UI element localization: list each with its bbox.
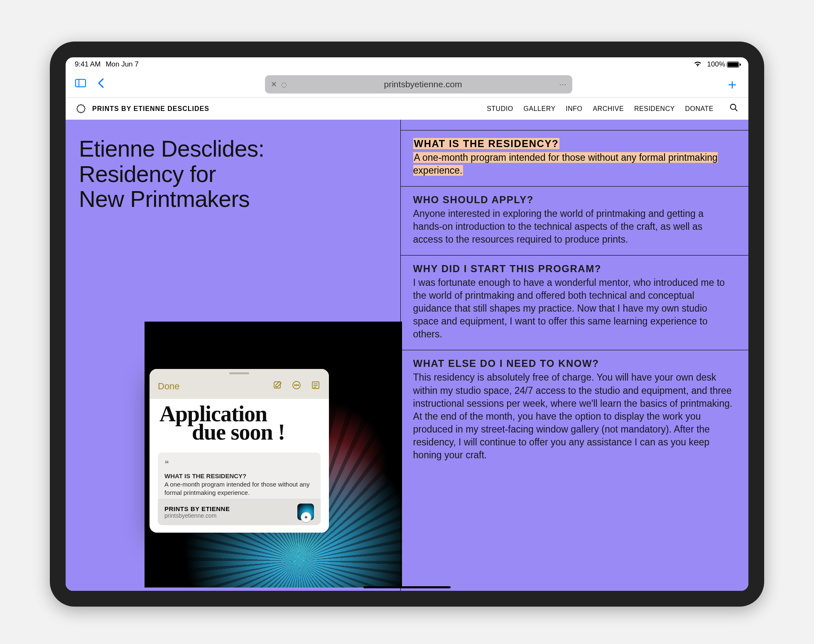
faq4-heading: WHAT ELSE DO I NEED TO KNOW? [413,358,733,369]
svg-point-7 [296,385,297,386]
loading-icon: ◌ [281,81,287,88]
status-bar: 9:41 AM Mon Jun 7 100% [66,57,748,71]
svg-point-8 [298,385,299,386]
url-host: printsbyetienne.com [291,79,555,89]
nav-info[interactable]: INFO [566,105,582,112]
faq3-heading: WHY DID I START THIS PROGRAM? [413,263,733,275]
faq4-body: This residency is absolutely free of cha… [413,371,733,461]
nav-archive[interactable]: ARCHIVE [593,105,624,112]
svg-rect-0 [76,79,86,87]
notes-list-icon[interactable] [311,380,321,393]
page-settings-icon[interactable]: ⋯ [559,80,566,89]
note-body[interactable]: Application due soon ! ❝ WHAT IS THE RES… [150,399,329,533]
svg-point-2 [731,104,736,109]
page-content: Etienne Desclides: Residency for New Pri… [66,120,748,591]
compose-icon[interactable] [272,380,282,393]
safari-badge-icon: ✦ [301,512,311,523]
headline-line2: Residency for [79,162,387,187]
faq2-body: Anyone interested in exploring the world… [413,207,733,246]
sidebar-toggle-icon[interactable] [75,78,86,91]
screen: 9:41 AM Mon Jun 7 100% ✕ ◌ printsbyetien… [66,57,748,591]
wifi-icon [693,60,702,69]
more-icon[interactable] [292,380,302,393]
status-date: Mon Jun 7 [105,60,138,69]
page-headline-block: Etienne Desclides: Residency for New Pri… [66,120,400,229]
new-tab-button[interactable]: ＋ [725,75,739,94]
back-button[interactable] [97,77,105,92]
url-bar[interactable]: ✕ ◌ printsbyetienne.com ⋯ [265,75,572,93]
site-logo-icon[interactable] [76,103,86,114]
handwritten-note: Application due soon ! [158,401,321,452]
nav-studio[interactable]: STUDIO [487,105,513,112]
faq-column: WHAT IS THE RESIDENCY? A one-month progr… [400,120,748,591]
quote-icon: ❝ [164,458,314,469]
note-toolbar[interactable]: Done [150,369,329,399]
nav-residency[interactable]: RESIDENCY [634,105,675,112]
site-nav: STUDIO GALLERY INFO ARCHIVE RESIDENCY DO… [478,105,713,113]
faq-item-4: WHAT ELSE DO I NEED TO KNOW? This reside… [401,350,748,470]
source-title: PRINTS BY ETIENNE [164,505,297,512]
note-done-button[interactable]: Done [158,381,180,392]
quote-source[interactable]: PRINTS BY ETIENNE printsbyetienne.com ✦ [158,499,321,525]
device-bezel: 9:41 AM Mon Jun 7 100% ✕ ◌ printsbyetien… [50,42,764,607]
faq3-body: I was fortunate enough to have a wonderf… [413,276,733,341]
headline-line3: New Printmakers [79,187,387,212]
source-host: printsbyetienne.com [164,512,297,519]
battery-percent: 100% [707,60,725,69]
faq1-heading: WHAT IS THE RESIDENCY? [413,138,560,149]
browser-toolbar: ✕ ◌ printsbyetienne.com ⋯ ＋ [66,71,748,97]
home-indicator[interactable] [363,586,451,588]
quote-body: A one-month program intended for those w… [164,480,314,497]
faq2-heading: WHO SHOULD APPLY? [413,194,733,206]
nav-gallery[interactable]: GALLERY [524,105,556,112]
faq-item-2: WHO SHOULD APPLY? Anyone interested in e… [401,187,748,256]
nav-donate[interactable]: DONATE [685,105,713,112]
site-title[interactable]: PRINTS BY ETIENNE DESCLIDES [92,105,209,113]
svg-point-6 [294,385,295,386]
svg-line-3 [735,108,738,111]
quick-note-panel[interactable]: Done Application due soon ! ❝ WHAT IS TH… [150,369,329,533]
faq-item-3: WHY DID I START THIS PROGRAM? I was fort… [401,256,748,350]
quote-heading: WHAT IS THE RESIDENCY? [164,472,314,480]
status-time: 9:41 AM [75,60,101,69]
site-header: PRINTS BY ETIENNE DESCLIDES STUDIO GALLE… [66,97,748,120]
quoted-snippet[interactable]: ❝ WHAT IS THE RESIDENCY? A one-month pro… [158,452,321,501]
search-icon[interactable] [729,103,738,115]
battery-indicator: 100% [707,60,739,69]
faq-item-1: WHAT IS THE RESIDENCY? A one-month progr… [401,130,748,187]
reader-close-icon[interactable]: ✕ [271,80,277,89]
headline-line1: Etienne Desclides: [79,136,387,162]
faq1-body: A one-month program intended for those w… [413,152,718,176]
